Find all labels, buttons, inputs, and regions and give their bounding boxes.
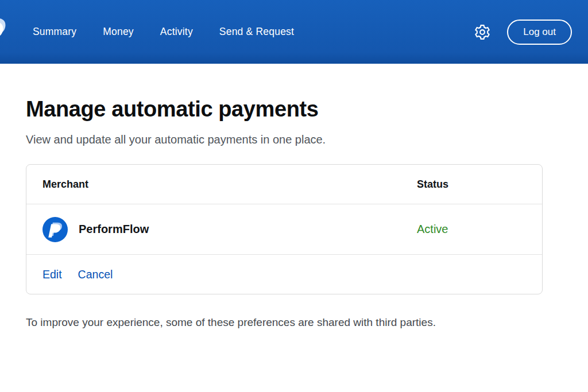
- gear-icon: [474, 24, 491, 41]
- settings-button[interactable]: [473, 22, 492, 42]
- cancel-link[interactable]: Cancel: [78, 268, 113, 281]
- automatic-payments-table: Merchant Status PerformFlow Active Edit …: [26, 164, 543, 294]
- logout-button[interactable]: Log out: [507, 20, 572, 45]
- paypal-logo[interactable]: [0, 14, 8, 49]
- page-title: Manage automatic payments: [26, 97, 562, 122]
- nav-money[interactable]: Money: [103, 26, 134, 38]
- page-content: Manage automatic payments View and updat…: [0, 97, 588, 329]
- top-navbar: Summary Money Activity Send & Request Lo…: [0, 0, 588, 64]
- page-subtitle: View and update all your automatic payme…: [26, 133, 562, 146]
- edit-link[interactable]: Edit: [42, 268, 62, 281]
- column-header-status: Status: [417, 178, 526, 191]
- nav-send-request[interactable]: Send & Request: [219, 26, 294, 38]
- privacy-note: To improve your experience, some of thes…: [26, 316, 562, 329]
- table-header-row: Merchant Status: [26, 165, 542, 204]
- merchant-name: PerformFlow: [79, 223, 149, 236]
- nav-activity[interactable]: Activity: [160, 26, 193, 38]
- nav-summary[interactable]: Summary: [33, 26, 76, 38]
- status-badge: Active: [417, 223, 526, 236]
- merchant-cell: PerformFlow: [42, 217, 417, 242]
- navbar-right: Log out: [473, 20, 572, 45]
- table-actions-row: Edit Cancel: [26, 254, 542, 294]
- table-row: PerformFlow Active: [26, 204, 542, 254]
- primary-nav: Summary Money Activity Send & Request: [33, 26, 294, 38]
- column-header-merchant: Merchant: [42, 178, 417, 191]
- paypal-merchant-icon: [42, 217, 68, 242]
- paypal-logo-glyph: [0, 14, 8, 49]
